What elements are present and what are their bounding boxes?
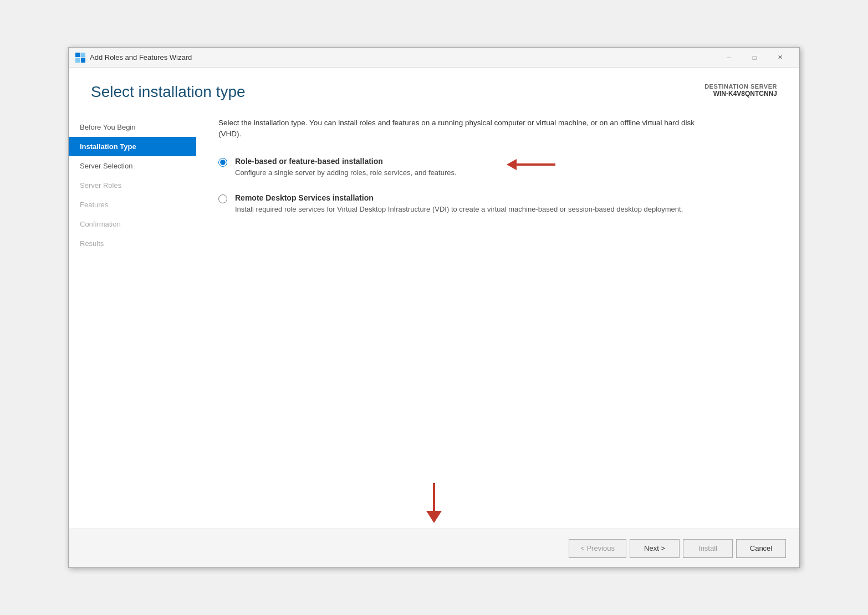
main-body: Before You Begin Installation Type Serve… — [69, 112, 799, 483]
title-bar: Add Roles and Features Wizard ─ □ ✕ — [69, 48, 799, 68]
maximize-button[interactable]: □ — [742, 48, 767, 68]
down-arrow — [426, 483, 442, 523]
sidebar-item-before-you-begin[interactable]: Before You Begin — [69, 117, 196, 137]
title-bar-text: Add Roles and Features Wizard — [90, 53, 716, 62]
sidebar-item-server-selection[interactable]: Server Selection — [69, 156, 196, 176]
option-content-remote-desktop: Remote Desktop Services installation Ins… — [235, 193, 777, 214]
arrow-annotation — [507, 159, 555, 170]
minimize-button[interactable]: ─ — [716, 48, 742, 68]
sidebar: Before You Begin Installation Type Serve… — [69, 112, 196, 483]
sidebar-item-features: Features — [69, 195, 196, 214]
radio-remote-desktop[interactable] — [218, 194, 227, 203]
down-arrow-annotation — [69, 483, 799, 529]
radio-wrapper-role-based[interactable] — [218, 158, 227, 168]
install-button[interactable]: Install — [683, 539, 733, 558]
sidebar-item-results: Results — [69, 234, 196, 253]
option-role-based: Role-based or feature-based installation… — [218, 157, 777, 178]
radio-wrapper-remote-desktop[interactable] — [218, 194, 227, 205]
option-desc-remote-desktop: Install required role services for Virtu… — [235, 204, 777, 214]
content-area: Select installation type DESTINATION SER… — [69, 68, 799, 567]
sidebar-item-server-roles: Server Roles — [69, 176, 196, 195]
arrow-line — [517, 163, 555, 166]
title-bar-controls: ─ □ ✕ — [716, 48, 793, 68]
description-text: Select the installation type. You can in… — [218, 117, 695, 140]
header-section: Select installation type DESTINATION SER… — [69, 68, 799, 112]
radio-role-based[interactable] — [218, 158, 227, 167]
footer: < Previous Next > Install Cancel — [69, 529, 799, 567]
option-remote-desktop: Remote Desktop Services installation Ins… — [218, 193, 777, 214]
option-desc-role-based: Configure a single server by adding role… — [235, 168, 777, 178]
option-title-role-based: Role-based or feature-based installation — [235, 157, 777, 166]
down-arrow-line — [433, 483, 435, 511]
close-button[interactable]: ✕ — [767, 48, 793, 68]
arrow-head-icon — [507, 159, 517, 170]
page-title: Select installation type — [91, 83, 246, 101]
sidebar-item-confirmation: Confirmation — [69, 214, 196, 234]
server-name: WIN-K4V8QNTCNNJ — [704, 90, 777, 98]
destination-label: DESTINATION SERVER — [704, 83, 777, 90]
destination-server-info: DESTINATION SERVER WIN-K4V8QNTCNNJ — [704, 83, 777, 98]
app-icon — [75, 53, 85, 63]
previous-button[interactable]: < Previous — [569, 539, 626, 558]
cancel-button[interactable]: Cancel — [736, 539, 786, 558]
option-title-remote-desktop: Remote Desktop Services installation — [235, 193, 777, 202]
down-arrow-head-icon — [426, 511, 442, 523]
sidebar-item-installation-type[interactable]: Installation Type — [69, 137, 196, 156]
wizard-window: Add Roles and Features Wizard ─ □ ✕ Sele… — [68, 47, 800, 568]
next-button[interactable]: Next > — [630, 539, 680, 558]
option-content-role-based: Role-based or feature-based installation… — [235, 157, 777, 178]
main-content: Select the installation type. You can in… — [196, 112, 799, 483]
